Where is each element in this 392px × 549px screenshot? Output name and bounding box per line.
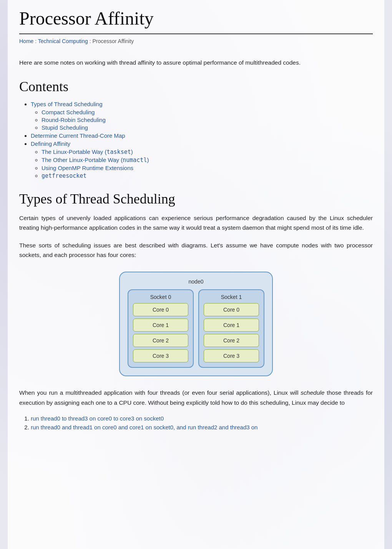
toc-link-determine[interactable]: Determine Current Thread-Core Map [31,132,125,139]
toc-item-types: Types of Thread Scheduling Compact Sched… [31,101,373,131]
contents-heading: Contents [19,78,373,95]
toc-item-roundrobin: Round-Robin Scheduling [42,117,373,123]
content-area: Here are some notes on working with thre… [19,52,373,431]
toc-link-defining[interactable]: Defining Affinity [31,140,70,147]
toc-item-numactl: The Other Linux-Portable Way (numactl) [42,157,373,164]
table-of-contents: Types of Thread Scheduling Compact Sched… [19,101,373,179]
socket1-core2: Core 2 [204,334,259,347]
after-diagram-before-em: When you run a multithreaded application… [19,389,301,396]
toc-item-determine: Determine Current Thread-Core Map [31,132,373,139]
toc-link-taskset[interactable]: The Linux-Portable Way (taskset) [42,149,133,155]
toc-link-stupid[interactable]: Stupid Scheduling [42,124,88,131]
socket1-box: Socket 1 Core 0 Core 1 Core 2 Core 3 [198,289,264,368]
toc-item-getfreesocket: getfreesocket [42,172,373,179]
node-box: node0 Socket 0 Core 0 Core 1 Core 2 Core… [119,272,273,376]
sockets-row: Socket 0 Core 0 Core 1 Core 2 Core 3 Soc… [128,289,264,368]
intro-paragraph: Here are some notes on working with thre… [19,58,373,68]
socket1-core1: Core 1 [204,319,259,332]
socket0-label: Socket 0 [133,294,188,300]
breadcrumb-home-link[interactable]: Home [19,38,33,44]
socket0-core3: Core 3 [133,349,188,362]
scheduling-option-1: run thread0 to thread3 on core0 to core3… [31,415,373,422]
toc-sublist-defining: The Linux-Portable Way (taskset) The Oth… [31,149,373,179]
toc-item-taskset: The Linux-Portable Way (taskset) [42,149,373,155]
toc-item-defining: Defining Affinity The Linux-Portable Way… [31,140,373,179]
toc-item-stupid: Stupid Scheduling [42,124,373,131]
title-divider [19,33,373,34]
toc-item-openmp: Using OpenMP Runtime Extensions [42,165,373,171]
node-label: node0 [128,279,264,285]
page-wrapper: Processor Affinity Home : Technical Comp… [8,0,384,549]
toc-link-numactl[interactable]: The Other Linux-Portable Way (numactl) [42,157,149,163]
toc-sublist-types: Compact Scheduling Round-Robin Schedulin… [31,109,373,131]
toc-link-types[interactable]: Types of Thread Scheduling [31,101,103,107]
scheduling-option-1-link[interactable]: run thread0 to thread3 on core0 to core3… [31,415,164,422]
socket0-box: Socket 0 Core 0 Core 1 Core 2 Core 3 [128,289,194,368]
socket1-label: Socket 1 [204,294,259,300]
after-diagram-text: When you run a multithreaded application… [19,388,373,407]
socket0-core0: Core 0 [133,303,188,316]
scheduling-option-2: run thread0 and thread1 on core0 and cor… [31,424,373,431]
node-diagram: node0 Socket 0 Core 0 Core 1 Core 2 Core… [19,272,373,376]
types-para1: Certain types of unevenly loaded applica… [19,213,373,233]
types-section-heading: Types of Thread Scheduling [19,191,373,207]
toc-link-openmp[interactable]: Using OpenMP Runtime Extensions [42,165,133,171]
breadcrumb-technical-link[interactable]: Technical Computing [38,38,88,44]
scheduling-options-list: run thread0 to thread3 on core0 to core3… [19,415,373,431]
socket1-core3: Core 3 [204,349,259,362]
types-para2: These sorts of scheduling issues are bes… [19,240,373,260]
breadcrumb: Home : Technical Computing : Processor A… [19,38,373,44]
toc-link-getfreesocket[interactable]: getfreesocket [42,172,86,179]
scheduling-option-2-link[interactable]: run thread0 and thread1 on core0 and cor… [31,424,257,431]
after-diagram-em: schedule [301,389,324,396]
toc-link-compact[interactable]: Compact Scheduling [42,109,95,115]
socket0-core2: Core 2 [133,334,188,347]
toc-item-compact: Compact Scheduling [42,109,373,115]
breadcrumb-current: Processor Affinity [92,38,134,44]
page-title: Processor Affinity [19,8,373,32]
breadcrumb-sep1: : [35,38,38,44]
socket1-core0: Core 0 [204,303,259,316]
toc-link-roundrobin[interactable]: Round-Robin Scheduling [42,117,106,123]
socket0-core1: Core 1 [133,319,188,332]
